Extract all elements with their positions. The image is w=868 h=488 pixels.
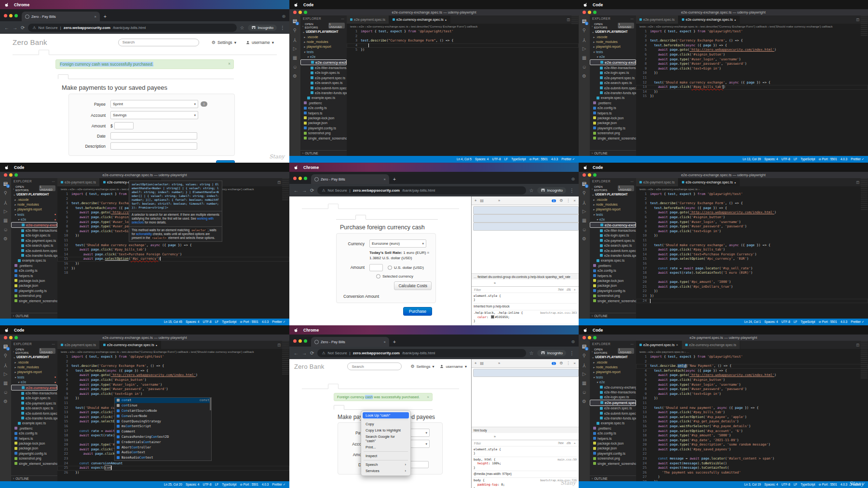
file-tree-item[interactable]: package.json bbox=[300, 121, 347, 125]
bookmark-star-icon[interactable]: ☆ bbox=[529, 350, 534, 356]
more-tabs-icon[interactable]: » bbox=[498, 361, 500, 365]
file-tree-item[interactable]: screenshot.png bbox=[590, 293, 636, 298]
close-tab-icon[interactable]: × bbox=[384, 177, 386, 181]
more-actions-icon[interactable]: ⋯ bbox=[341, 17, 344, 21]
file-tree-item[interactable]: .vscode bbox=[11, 197, 57, 202]
file-tree-item[interactable]: playwright-report bbox=[11, 207, 57, 212]
file-tree-item[interactable]: .vscode bbox=[11, 360, 57, 364]
search-icon[interactable]: ⚲ bbox=[583, 28, 586, 33]
file-tree-item[interactable]: tests bbox=[590, 49, 636, 54]
apple-icon[interactable] bbox=[294, 328, 298, 333]
inspect-element-icon[interactable]: ⌖ bbox=[475, 361, 477, 366]
close-tab-icon[interactable]: × bbox=[384, 340, 386, 344]
file-tree-item[interactable]: e2e.config.ts bbox=[590, 268, 636, 273]
extensions-icon[interactable]: ▦ bbox=[582, 56, 586, 60]
app-menu[interactable]: Code bbox=[593, 165, 603, 170]
new-rule-icon[interactable]: ＋ bbox=[573, 288, 577, 292]
file-tree-item[interactable]: .vscode bbox=[590, 360, 636, 364]
file-tree-item[interactable]: e2e-transfer-funds.spec.ts bbox=[590, 416, 636, 420]
file-tree-item[interactable]: e2e.config.ts bbox=[590, 431, 636, 435]
outline-section[interactable]: ›OUTLINE bbox=[590, 150, 636, 156]
bank-subtab[interactable] bbox=[355, 215, 366, 220]
search-icon[interactable]: ⚲ bbox=[583, 353, 586, 358]
split-editor-icon[interactable]: ◫ bbox=[567, 18, 570, 22]
file-tree-item[interactable]: e2e-currency-excha...1 bbox=[11, 385, 57, 390]
browser-tab[interactable]: Zero - Pay Bills× bbox=[311, 337, 389, 347]
file-tree-item[interactable]: package.json bbox=[11, 446, 57, 451]
file-tree-item[interactable]: single_element_screenshot... bbox=[300, 136, 347, 140]
traffic-lights[interactable] bbox=[583, 173, 597, 177]
app-menu[interactable]: Chrome bbox=[303, 165, 319, 170]
file-tree-item[interactable]: package.json bbox=[11, 283, 57, 288]
forward-button[interactable]: → bbox=[13, 25, 17, 30]
bank-subtab[interactable] bbox=[58, 74, 68, 79]
tab-e2e-payment[interactable]: e2e-payment.spec.ts× bbox=[636, 341, 682, 349]
actionability-link[interactable]: actionability bbox=[136, 232, 152, 236]
file-tree-item[interactable]: playwright-report bbox=[300, 44, 347, 49]
split-editor-icon[interactable]: ◫ bbox=[277, 343, 281, 347]
file-tree-item[interactable]: example.spec.ts bbox=[300, 96, 347, 100]
file-tree-item[interactable]: screenshot.png bbox=[11, 456, 57, 460]
file-tree-item[interactable]: .prettierrc bbox=[590, 426, 636, 431]
bank-nav-tab[interactable] bbox=[328, 384, 339, 389]
hov-toggle[interactable]: :hov bbox=[557, 288, 563, 292]
file-tree-item[interactable]: example.spec.ts bbox=[590, 258, 636, 263]
file-tree-item[interactable]: package-lock.json bbox=[11, 278, 57, 283]
file-tree-item[interactable]: package-lock.json bbox=[590, 115, 636, 120]
new-tab-button[interactable]: + bbox=[393, 339, 396, 345]
devtools-breadcrumb[interactable]: html body bbox=[472, 427, 579, 433]
app-menu[interactable]: Code bbox=[14, 165, 24, 170]
extensions-icon[interactable]: ▦ bbox=[3, 218, 8, 223]
file-tree-item[interactable]: e2e-payment.spec.ts bbox=[11, 238, 57, 243]
file-tree-item[interactable]: package-lock.json bbox=[11, 441, 57, 446]
context-menu-item[interactable]: Services› bbox=[361, 468, 410, 474]
status-bar[interactable]: Ln 25, Col 20 Spaces: 4 UTF-8 LF TypeScr… bbox=[0, 481, 289, 488]
file-tree-item[interactable]: package.json bbox=[590, 446, 636, 451]
context-menu-item[interactable] bbox=[364, 419, 408, 420]
run-debug-icon[interactable]: ▷ bbox=[583, 46, 586, 51]
tab-e2e-currency-exchange[interactable]: e2e-currency-exchange.spec.ts● bbox=[678, 15, 740, 24]
style-property[interactable]: color: #595959; bbox=[474, 315, 577, 319]
file-tree-item[interactable]: screenshot.png bbox=[590, 456, 636, 460]
autocomplete-item[interactable]: ConstantSourceNode bbox=[115, 408, 211, 414]
file-tree-item[interactable]: e2e-search.spec.ts bbox=[11, 406, 57, 411]
file-tree-item[interactable]: e2e-transfer-funds.spec.ts bbox=[300, 90, 347, 95]
project-root[interactable]: ⌄UDEMY-PLAYWRIGHT bbox=[300, 29, 347, 34]
file-tree-item[interactable]: e2e-login.spec.ts bbox=[590, 395, 636, 400]
apple-icon[interactable] bbox=[583, 2, 588, 7]
account-icon[interactable]: ☺ bbox=[292, 65, 297, 70]
amount-input[interactable] bbox=[369, 264, 383, 271]
forward-button[interactable]: → bbox=[302, 188, 307, 193]
account-icon[interactable]: ☺ bbox=[3, 227, 8, 232]
payee-select[interactable]: Sprint▾ bbox=[110, 100, 198, 108]
status-bar[interactable]: Ln 13, Col 39 Spaces: 4 UTF-8 LF TypeScr… bbox=[579, 156, 868, 163]
file-tree-item[interactable]: node_modules bbox=[590, 364, 636, 369]
bank-subtab[interactable] bbox=[336, 215, 346, 219]
code-editor[interactable]: 1import { test, expect } from '@playwrig… bbox=[347, 29, 579, 156]
search-input[interactable] bbox=[347, 363, 402, 370]
outline-section[interactable]: ›OUTLINE bbox=[11, 475, 57, 481]
stylesheet-link[interactable]: bootstrap.min.css:303 bbox=[540, 311, 577, 315]
traffic-lights[interactable] bbox=[4, 173, 18, 177]
autocomplete-item[interactable]: Comment bbox=[115, 429, 211, 434]
file-tree-item[interactable]: node_modules bbox=[11, 202, 57, 207]
context-menu-item[interactable]: Look Up "cash" bbox=[363, 412, 409, 418]
filter-input[interactable]: Filter bbox=[474, 442, 481, 445]
app-menu[interactable]: Code bbox=[593, 328, 603, 333]
file-tree-item[interactable]: helpers.ts bbox=[590, 111, 636, 115]
status-bar[interactable]: Ln 4, Col 5 Spaces: 4 UTF-8 LF TypeScrip… bbox=[289, 156, 579, 163]
more-actions-icon[interactable]: ⋯ bbox=[52, 342, 55, 346]
bank-nav-tab[interactable] bbox=[328, 204, 339, 209]
file-tree-item[interactable]: e2e-submit-form.spec.ts bbox=[300, 85, 347, 90]
tab-e2e-currency-exchange[interactable]: e2e-currency-exchange.spec.ts● bbox=[389, 15, 450, 24]
devtools-dom-node[interactable] bbox=[473, 214, 579, 223]
close-tab-icon[interactable]: × bbox=[95, 14, 96, 19]
traffic-lights[interactable] bbox=[583, 336, 597, 339]
open-editors-section[interactable]: ›OPEN EDITORS1 UNSAVED bbox=[11, 184, 57, 192]
devtools-settings-icon[interactable]: ⚙ bbox=[559, 361, 563, 365]
reload-button[interactable]: ⟳ bbox=[310, 188, 314, 193]
source-control-icon[interactable]: Y bbox=[583, 363, 586, 367]
tab-e2e-payment[interactable]: e2e-payment.spec.ts bbox=[636, 178, 678, 186]
minimap[interactable] bbox=[861, 341, 868, 379]
file-tree-item[interactable]: e2e-login.spec.ts bbox=[590, 70, 636, 75]
